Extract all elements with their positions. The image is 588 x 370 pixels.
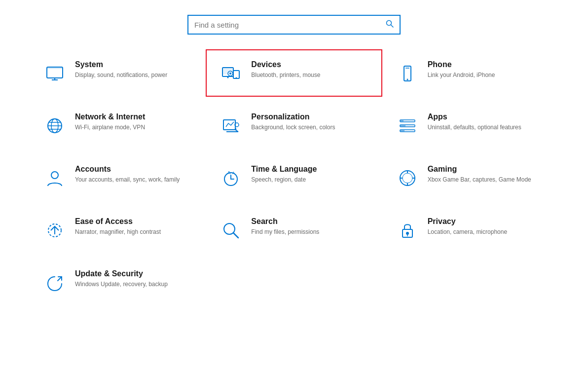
privacy-icon [395, 218, 420, 243]
gaming-icon [395, 166, 420, 190]
personalization-icon [219, 113, 243, 138]
setting-desc-gaming: Xbox Game Bar, captures, Game Mode [428, 176, 531, 184]
setting-title-phone: Phone [428, 60, 495, 69]
setting-title-devices: Devices [251, 60, 320, 69]
setting-desc-search: Find my files, permissions [251, 228, 319, 236]
setting-item-privacy[interactable]: PrivacyLocation, camera, microphone [382, 206, 558, 254]
svg-rect-31 [401, 125, 405, 126]
setting-title-accounts: Accounts [75, 165, 180, 174]
setting-desc-ease: Narrator, magnifier, high contrast [75, 228, 161, 236]
svg-rect-3 [47, 67, 63, 69]
setting-item-apps[interactable]: AppsUninstall, defaults, optional featur… [382, 102, 558, 149]
svg-point-46 [406, 232, 409, 235]
setting-title-privacy: Privacy [428, 217, 507, 226]
search-bar[interactable] [187, 15, 401, 35]
setting-item-ease[interactable]: Ease of AccessNarrator, magnifier, high … [30, 206, 206, 254]
svg-rect-21 [223, 120, 235, 130]
system-icon [42, 61, 67, 86]
svg-point-9 [236, 77, 237, 79]
setting-item-network[interactable]: Network & InternetWi-Fi, airplane mode, … [30, 102, 206, 149]
network-icon [42, 113, 67, 138]
setting-item-accounts[interactable]: AccountsYour accounts, email, sync, work… [30, 154, 206, 201]
apps-icon [395, 113, 420, 138]
svg-point-10 [227, 77, 229, 78]
svg-text:A: A [232, 171, 235, 175]
setting-item-phone[interactable]: PhoneLink your Android, iPhone [382, 49, 558, 97]
setting-item-system[interactable]: SystemDisplay, sound, notifications, pow… [30, 49, 206, 97]
setting-title-network: Network & Internet [75, 112, 145, 121]
setting-title-gaming: Gaming [428, 165, 531, 174]
setting-desc-personalization: Background, lock screen, colors [251, 123, 335, 132]
setting-item-time[interactable]: A A Time & LanguageSpeech, region, date [206, 154, 382, 201]
svg-line-44 [233, 233, 238, 238]
setting-item-personalization[interactable]: PersonalizationBackground, lock screen, … [206, 102, 382, 149]
svg-point-33 [51, 172, 58, 179]
settings-grid: SystemDisplay, sound, notifications, pow… [30, 49, 558, 306]
setting-desc-accounts: Your accounts, email, sync, work, family [75, 176, 180, 184]
setting-item-gaming[interactable]: GamingXbox Game Bar, captures, Game Mode [382, 154, 558, 201]
time-icon: A A [219, 166, 243, 190]
setting-title-update: Update & Security [75, 269, 168, 278]
search-container [30, 15, 558, 35]
svg-rect-32 [401, 130, 404, 131]
setting-title-apps: Apps [428, 112, 521, 121]
ease-icon [42, 218, 67, 243]
setting-desc-apps: Uninstall, defaults, optional features [428, 123, 521, 132]
settings-page: SystemDisplay, sound, notifications, pow… [0, 0, 588, 370]
setting-desc-time: Speech, region, date [251, 176, 317, 184]
setting-title-ease: Ease of Access [75, 217, 161, 226]
update-icon [42, 270, 67, 295]
setting-item-search[interactable]: SearchFind my files, permissions [206, 206, 382, 254]
setting-title-system: System [75, 60, 167, 69]
search-settings-icon [219, 218, 243, 243]
accounts-icon [42, 166, 67, 190]
setting-item-update[interactable]: Update & SecurityWindows Update, recover… [30, 259, 206, 306]
svg-point-40 [403, 173, 412, 183]
svg-line-1 [391, 25, 394, 28]
setting-desc-network: Wi-Fi, airplane mode, VPN [75, 123, 145, 132]
phone-icon [395, 61, 420, 86]
search-icon [386, 20, 394, 30]
setting-desc-privacy: Location, camera, microphone [428, 228, 507, 236]
setting-title-personalization: Personalization [251, 112, 335, 121]
setting-item-devices[interactable]: DevicesBluetooth, printers, mouse [206, 49, 382, 97]
setting-title-time: Time & Language [251, 165, 317, 174]
svg-rect-30 [401, 120, 404, 121]
setting-desc-devices: Bluetooth, printers, mouse [251, 71, 320, 79]
setting-desc-update: Windows Update, recovery, backup [75, 280, 168, 289]
setting-desc-system: Display, sound, notifications, power [75, 71, 167, 79]
svg-point-14 [406, 79, 408, 80]
search-input[interactable] [194, 21, 386, 29]
setting-title-search: Search [251, 217, 319, 226]
svg-line-48 [58, 277, 62, 281]
devices-icon [219, 61, 243, 86]
setting-desc-phone: Link your Android, iPhone [428, 71, 495, 79]
svg-point-12 [229, 73, 231, 74]
svg-text:A: A [227, 170, 231, 175]
svg-line-26 [236, 128, 236, 131]
